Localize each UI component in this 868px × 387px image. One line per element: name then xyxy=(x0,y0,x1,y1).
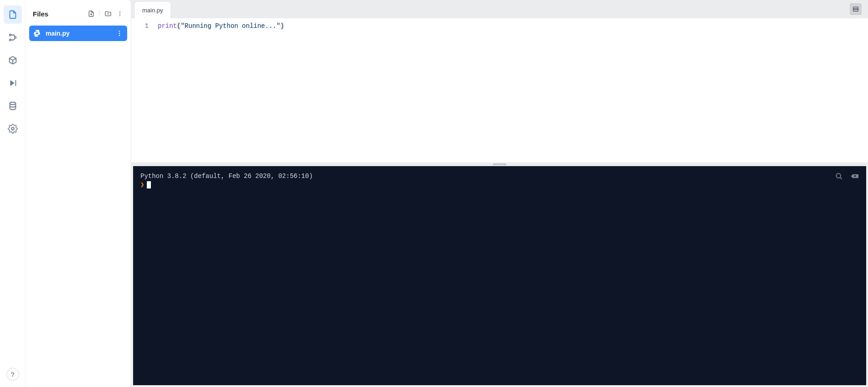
svg-line-16 xyxy=(840,178,842,179)
token-function: print xyxy=(158,22,177,30)
rail-settings-icon[interactable] xyxy=(4,120,22,138)
rail-packages-icon[interactable] xyxy=(4,51,22,69)
code-lines: print("Running Python online...") xyxy=(153,18,284,162)
svg-point-15 xyxy=(836,173,841,178)
svg-point-8 xyxy=(119,15,120,16)
svg-point-9 xyxy=(119,31,120,31)
svg-point-10 xyxy=(119,33,120,34)
console-actions xyxy=(834,172,859,181)
splitter[interactable] xyxy=(131,162,868,166)
file-item-main[interactable]: main.py xyxy=(29,26,127,41)
svg-point-2 xyxy=(9,39,11,41)
svg-rect-12 xyxy=(853,7,858,11)
divider xyxy=(99,10,100,17)
console-cursor xyxy=(147,181,151,188)
new-folder-icon[interactable] xyxy=(103,9,113,18)
rail-files-icon[interactable] xyxy=(4,5,22,24)
console-clear-icon[interactable] xyxy=(850,172,859,181)
tab-strip: main.py xyxy=(131,0,868,18)
rail-database-icon[interactable] xyxy=(4,97,22,115)
code-editor[interactable]: 1 print("Running Python online...") xyxy=(131,18,868,162)
prompt-chevron-icon: ❯ xyxy=(140,181,144,188)
svg-point-6 xyxy=(119,11,120,12)
svg-point-4 xyxy=(10,102,16,105)
editor-area: main.py 1 print("Running Python online..… xyxy=(131,0,868,387)
svg-point-0 xyxy=(9,34,11,36)
left-rail: ? xyxy=(0,0,26,387)
rail-version-control-icon[interactable] xyxy=(4,28,22,47)
splitter-handle-icon xyxy=(493,163,506,165)
new-file-icon[interactable] xyxy=(87,9,96,18)
layout-button-icon[interactable] xyxy=(850,3,862,15)
svg-rect-3 xyxy=(15,80,16,86)
code-line: print("Running Python online...") xyxy=(158,21,284,31)
svg-point-7 xyxy=(119,13,120,14)
console-search-icon[interactable] xyxy=(834,172,843,181)
files-panel-header: Files xyxy=(29,4,127,26)
file-item-more-icon[interactable] xyxy=(115,29,124,37)
rail-help-button[interactable]: ? xyxy=(6,368,19,381)
line-number: 1 xyxy=(131,21,149,31)
console-prompt: ❯ xyxy=(140,181,859,188)
svg-point-5 xyxy=(11,127,14,130)
tab-main[interactable]: main.py xyxy=(135,2,170,18)
files-panel: Files main.py xyxy=(26,0,131,387)
files-more-icon[interactable] xyxy=(115,9,124,18)
editor-gutter: 1 xyxy=(131,18,153,162)
rail-debugger-icon[interactable] xyxy=(4,74,22,92)
token-string: "Running Python online..." xyxy=(181,22,280,30)
svg-point-1 xyxy=(14,37,16,38)
files-panel-actions xyxy=(87,9,124,18)
console-version-line: Python 3.8.2 (default, Feb 26 2020, 02:5… xyxy=(140,173,859,180)
python-file-icon xyxy=(33,29,41,37)
file-item-label: main.py xyxy=(46,30,70,37)
console[interactable]: Python 3.8.2 (default, Feb 26 2020, 02:5… xyxy=(133,166,866,385)
token-paren-close: ) xyxy=(280,22,284,30)
files-panel-title: Files xyxy=(33,10,48,18)
svg-point-11 xyxy=(119,35,120,36)
